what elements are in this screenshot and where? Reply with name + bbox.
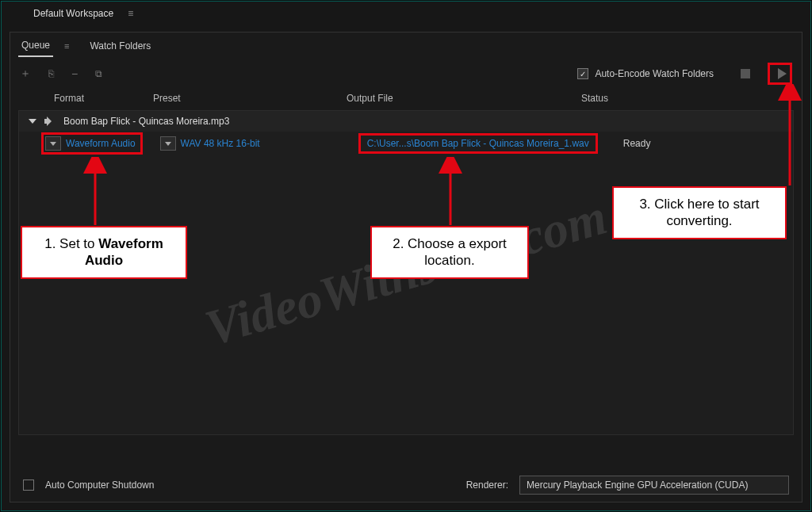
annotation-callout-3: 3. Click here to start converting. — [612, 186, 787, 239]
preset-cell: WAV 48 kHz 16-bit — [159, 135, 265, 152]
callout-1-text: 1. Set to — [44, 236, 98, 251]
play-icon — [778, 68, 787, 79]
column-status: Status — [573, 93, 802, 104]
annotation-callout-1: 1. Set to Waveform Audio — [21, 226, 187, 279]
remove-icon[interactable]: − — [71, 67, 78, 80]
workspace-bar: Default Workspace ≡ — [2, 2, 810, 25]
queue-source-row[interactable]: Boom Bap Flick - Quincas Moreira.mp3 — [19, 111, 793, 132]
workspace-name[interactable]: Default Workspace — [33, 8, 113, 19]
queue-column-headers: Format Preset Output File Status — [10, 88, 802, 110]
preset-dropdown[interactable] — [160, 136, 176, 151]
auto-shutdown-checkbox[interactable] — [23, 480, 34, 491]
chevron-down-icon — [50, 142, 56, 146]
column-format: Format — [10, 93, 145, 104]
renderer-dropdown[interactable]: Mercury Playback Engine GPU Acceleration… — [519, 476, 789, 495]
start-queue-button[interactable] — [768, 63, 792, 85]
chevron-down-icon — [165, 142, 171, 146]
output-file-link[interactable]: C:\User...s\Boom Bap Flick - Quincas Mor… — [367, 138, 589, 149]
format-link[interactable]: Waveform Audio — [66, 138, 136, 149]
tab-watch-folders[interactable]: Watch Folders — [86, 36, 154, 56]
renderer-label: Renderer: — [466, 480, 508, 491]
format-cell: Waveform Audio — [41, 132, 143, 155]
expand-source-icon[interactable] — [29, 119, 36, 124]
queue-output-row[interactable]: Waveform Audio WAV 48 kHz 16-bit C:\User… — [19, 132, 793, 155]
auto-shutdown-label: Auto Computer Shutdown — [45, 480, 154, 491]
auto-encode-checkbox[interactable]: ✓ — [577, 68, 588, 79]
panel-footer: Auto Computer Shutdown Renderer: Mercury… — [10, 468, 802, 502]
workspace-menu-icon[interactable]: ≡ — [128, 8, 133, 19]
column-output-file: Output File — [343, 93, 573, 104]
audio-source-icon — [44, 116, 56, 127]
add-source-icon[interactable]: ＋ — [20, 67, 31, 81]
format-dropdown[interactable] — [45, 136, 61, 151]
tab-queue[interactable]: Queue — [18, 35, 53, 57]
column-preset: Preset — [145, 93, 343, 104]
queue-tab-menu-icon[interactable]: ≡ — [58, 41, 75, 51]
preset-link[interactable]: WAV 48 kHz 16-bit — [181, 138, 260, 149]
auto-encode-label: Auto-Encode Watch Folders — [595, 68, 714, 79]
renderer-value: Mercury Playback Engine GPU Acceleration… — [527, 480, 748, 491]
status-text: Ready — [623, 138, 651, 149]
panel-tabs: Queue ≡ Watch Folders — [10, 32, 802, 59]
stop-queue-button[interactable] — [741, 69, 750, 78]
annotation-callout-2: 2. Choose a export location. — [370, 226, 529, 279]
source-filename: Boom Bap Flick - Quincas Moreira.mp3 — [63, 116, 229, 127]
add-output-icon[interactable]: ⎘ — [48, 68, 54, 79]
queue-toolbar: ＋ ⎘ − ⧉ ✓ Auto-Encode Watch Folders — [10, 59, 802, 88]
auto-encode-watch-folders[interactable]: ✓ Auto-Encode Watch Folders — [577, 68, 714, 79]
callout-2-text: 2. Choose a export location. — [393, 236, 507, 268]
duplicate-icon[interactable]: ⧉ — [95, 68, 102, 79]
output-file-cell: C:\User...s\Boom Bap Flick - Quincas Mor… — [358, 133, 598, 154]
callout-3-text: 3. Click here to start converting. — [639, 197, 759, 228]
